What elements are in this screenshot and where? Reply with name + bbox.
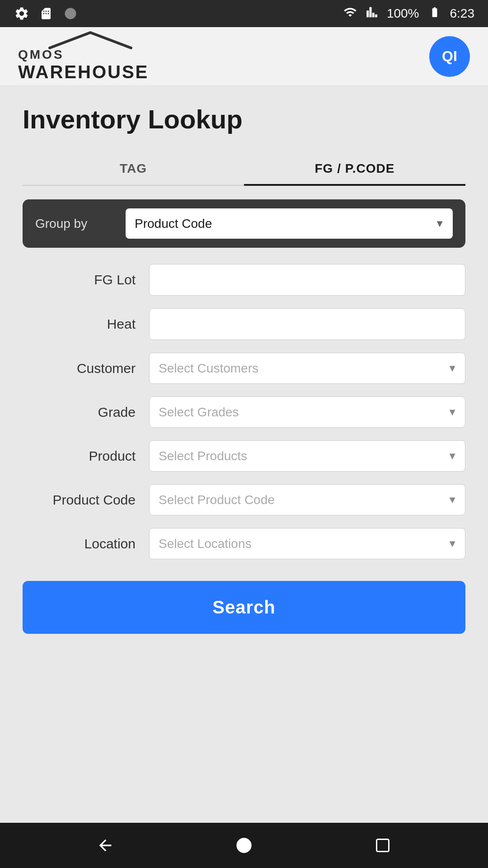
status-bar-right-icons: 100% 6:23	[342, 5, 474, 22]
battery-percentage: 100%	[387, 6, 419, 21]
tab-tag[interactable]: TAG	[23, 152, 244, 185]
customer-row: Customer Select Customers ▼	[23, 353, 465, 384]
location-select-wrapper: Select Locations ▼	[149, 528, 465, 559]
tab-tag-label: TAG	[120, 161, 147, 175]
grade-row: Grade Select Grades ▼	[23, 396, 465, 428]
product-row: Product Select Products ▼	[23, 440, 465, 472]
customer-select[interactable]: Select Customers	[149, 353, 465, 384]
product-label: Product	[23, 448, 149, 464]
product-select[interactable]: Select Products	[149, 440, 465, 472]
battery-icon	[427, 6, 443, 21]
app-logo: QMOS WAREHOUSE	[18, 31, 149, 82]
group-by-select-wrapper: Product Code Customer Grade Location ▼	[126, 208, 453, 239]
location-row: Location Select Locations ▼	[23, 528, 465, 559]
circle-icon	[62, 5, 79, 22]
heat-label: Heat	[23, 316, 149, 332]
logo-warehouse: WAREHOUSE	[18, 62, 149, 82]
user-initials: QI	[442, 48, 457, 65]
search-button-label: Search	[212, 597, 275, 617]
tab-fg-pcode-label: FG / P.CODE	[315, 161, 395, 175]
customer-select-wrapper: Select Customers ▼	[149, 353, 465, 384]
search-button[interactable]: Search	[23, 581, 465, 634]
product-code-select-wrapper: Select Product Code ▼	[149, 484, 465, 515]
back-button[interactable]	[92, 832, 119, 859]
fg-lot-input[interactable]	[149, 264, 465, 296]
svg-point-1	[236, 838, 251, 853]
wifi-icon	[342, 5, 359, 22]
heat-input[interactable]	[149, 308, 465, 340]
svg-point-0	[65, 8, 76, 19]
svg-rect-2	[376, 840, 389, 852]
fg-lot-label: FG Lot	[23, 272, 149, 288]
group-by-select[interactable]: Product Code Customer Grade Location	[126, 208, 453, 239]
customer-label: Customer	[23, 361, 149, 376]
app-header: QMOS WAREHOUSE QI	[0, 27, 488, 86]
product-code-row: Product Code Select Product Code ▼	[23, 484, 465, 515]
logo-roof-svg	[45, 31, 136, 50]
sd-card-icon	[38, 5, 54, 22]
location-label: Location	[23, 536, 149, 552]
product-select-wrapper: Select Products ▼	[149, 440, 465, 472]
home-button[interactable]	[230, 832, 258, 859]
gear-icon	[14, 5, 30, 22]
logo-qmos: QMOS	[18, 48, 149, 62]
heat-row: Heat	[23, 308, 465, 340]
tab-fg-pcode[interactable]: FG / P.CODE	[244, 152, 465, 185]
bottom-nav	[0, 823, 488, 868]
grade-select-wrapper: Select Grades ▼	[149, 396, 465, 428]
main-content: Inventory Lookup TAG FG / P.CODE Group b…	[0, 86, 488, 823]
location-select[interactable]: Select Locations	[149, 528, 465, 559]
group-by-row: Group by Product Code Customer Grade Loc…	[23, 199, 465, 248]
recent-apps-button[interactable]	[369, 832, 396, 859]
product-code-label: Product Code	[23, 492, 149, 508]
product-code-select[interactable]: Select Product Code	[149, 484, 465, 515]
grade-label: Grade	[23, 405, 149, 420]
status-bar: 100% 6:23	[0, 0, 488, 27]
user-avatar[interactable]: QI	[429, 36, 470, 77]
signal-icon	[366, 5, 380, 22]
page-title: Inventory Lookup	[23, 104, 465, 134]
grade-select[interactable]: Select Grades	[149, 396, 465, 428]
fg-lot-row: FG Lot	[23, 264, 465, 296]
group-by-label: Group by	[35, 217, 126, 231]
tabs-container: TAG FG / P.CODE	[23, 152, 465, 186]
status-time: 6:23	[450, 6, 475, 21]
status-bar-left-icons	[14, 5, 79, 22]
